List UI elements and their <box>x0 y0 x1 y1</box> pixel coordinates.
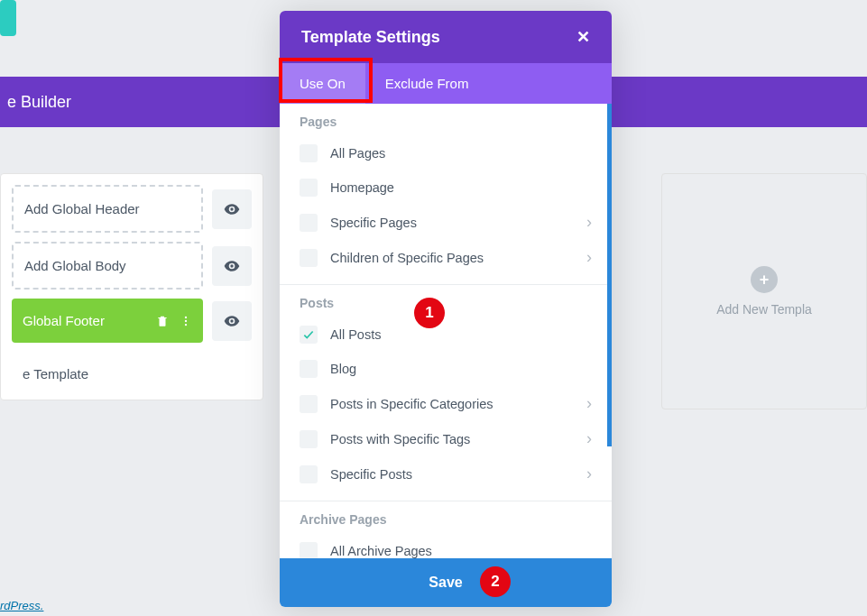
modal-body: Pages All Pages Homepage Specific Pages›… <box>280 104 612 558</box>
eye-icon <box>223 312 241 330</box>
checkbox[interactable] <box>300 249 318 267</box>
add-global-body[interactable]: Add Global Body <box>12 242 203 290</box>
checkbox[interactable] <box>300 214 318 232</box>
tab-use-on[interactable]: Use On <box>280 63 365 104</box>
option-all-pages[interactable]: All Pages <box>300 136 592 170</box>
layer-header-row: Add Global Header <box>12 185 252 233</box>
checkbox[interactable] <box>300 360 318 378</box>
modal-header: Template Settings ✕ <box>280 11 612 63</box>
trash-icon[interactable] <box>156 315 169 327</box>
option-label: Children of Specific Pages <box>330 251 574 265</box>
visibility-toggle-body[interactable] <box>212 246 252 286</box>
option-label: Posts with Specific Tags <box>330 432 574 446</box>
visibility-toggle-footer[interactable] <box>212 301 252 341</box>
footer-actions <box>156 315 192 327</box>
checkbox[interactable] <box>300 542 318 558</box>
check-icon <box>302 328 315 341</box>
option-children-pages[interactable]: Children of Specific Pages› <box>300 240 592 275</box>
option-homepage[interactable]: Homepage <box>300 170 592 205</box>
scrollbar[interactable] <box>607 104 612 446</box>
svg-point-1 <box>185 319 187 321</box>
section-archive: Archive Pages All Archive Pages All Auth… <box>280 501 612 558</box>
option-label: Posts in Specific Categories <box>330 397 574 411</box>
checkbox[interactable] <box>300 430 318 448</box>
checkbox[interactable] <box>300 179 318 197</box>
option-specific-posts[interactable]: Specific Posts› <box>300 456 592 492</box>
more-icon[interactable] <box>180 315 192 327</box>
visibility-toggle-header[interactable] <box>212 189 252 229</box>
section-pages: Pages All Pages Homepage Specific Pages›… <box>280 104 612 285</box>
add-template-label: Add New Templa <box>716 302 812 317</box>
layer-body-row: Add Global Body <box>12 242 252 290</box>
option-label: All Archive Pages <box>330 544 592 558</box>
option-label: Specific Pages <box>330 216 574 230</box>
plus-icon: + <box>751 266 778 293</box>
eye-icon <box>223 257 241 275</box>
option-posts-tags[interactable]: Posts with Specific Tags› <box>300 421 592 456</box>
template-label: e Template <box>12 352 252 389</box>
option-label: All Posts <box>330 327 592 342</box>
add-global-header[interactable]: Add Global Header <box>12 185 203 233</box>
layer-footer-row: Global Footer <box>12 299 252 343</box>
option-label: Specific Posts <box>330 467 574 482</box>
chevron-right-icon: › <box>586 248 592 267</box>
modal-title: Template Settings <box>301 28 440 47</box>
svg-point-2 <box>185 323 187 325</box>
layer-body-label: Add Global Body <box>24 258 126 273</box>
chevron-right-icon: › <box>586 213 592 232</box>
option-label: All Pages <box>330 146 592 161</box>
section-pages-title: Pages <box>300 115 592 129</box>
option-label: Blog <box>330 362 592 376</box>
modal-tabs: Use On Exclude From <box>280 63 612 104</box>
checkbox[interactable] <box>300 465 318 483</box>
option-posts-categories[interactable]: Posts in Specific Categories› <box>300 386 592 421</box>
close-icon[interactable]: ✕ <box>576 27 590 47</box>
checkbox-checked[interactable] <box>300 326 318 344</box>
svg-point-0 <box>185 316 187 317</box>
tab-exclude-from[interactable]: Exclude From <box>365 63 489 104</box>
save-button[interactable]: Save <box>280 558 612 607</box>
global-footer[interactable]: Global Footer <box>12 299 203 343</box>
layers-panel: Add Global Header Add Global Body Global… <box>0 173 263 400</box>
template-settings-modal: Template Settings ✕ Use On Exclude From … <box>280 11 612 607</box>
option-label: Homepage <box>330 180 592 195</box>
checkbox[interactable] <box>300 144 318 162</box>
checkbox[interactable] <box>300 395 318 413</box>
chevron-right-icon: › <box>586 394 592 413</box>
teal-corner-tag <box>0 0 16 36</box>
option-all-archive[interactable]: All Archive Pages <box>300 534 592 558</box>
chevron-right-icon: › <box>586 464 592 483</box>
layer-header-label: Add Global Header <box>24 201 140 216</box>
add-template-card[interactable]: + Add New Templa <box>661 173 867 409</box>
section-posts-title: Posts <box>300 296 592 310</box>
chevron-right-icon: › <box>586 429 592 448</box>
layer-footer-label: Global Footer <box>23 313 105 328</box>
builder-title: e Builder <box>7 93 71 112</box>
section-archive-title: Archive Pages <box>300 512 592 527</box>
option-all-posts[interactable]: All Posts <box>300 317 592 352</box>
option-blog[interactable]: Blog <box>300 352 592 386</box>
section-posts: Posts All Posts Blog Posts in Specific C… <box>280 285 612 501</box>
option-specific-pages[interactable]: Specific Pages› <box>300 205 592 240</box>
eye-icon <box>223 200 241 218</box>
wordpress-link[interactable]: rdPress. <box>0 599 43 612</box>
